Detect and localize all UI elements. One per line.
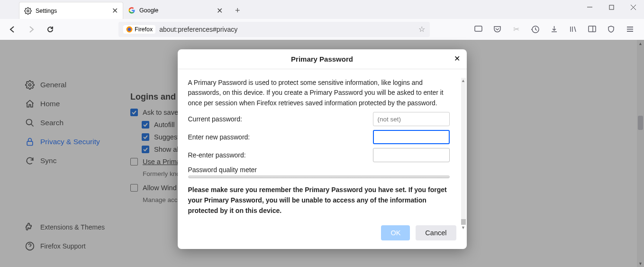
ok-button[interactable]: OK (381, 225, 410, 240)
firefox-identity-badge: Firefox (123, 25, 155, 34)
dialog-body: ▲ ▼ A Primary Password is used to protec… (178, 69, 467, 220)
window-controls (579, 0, 644, 14)
svg-point-0 (27, 10, 29, 12)
password-quality-meter (188, 175, 450, 178)
close-icon[interactable]: ✕ (112, 6, 118, 15)
reenter-password-label: Re-enter password: (188, 151, 373, 159)
library-icon[interactable] (566, 23, 580, 36)
cancel-button[interactable]: Cancel (416, 225, 456, 240)
reload-button[interactable] (43, 22, 58, 37)
tab-settings[interactable]: Settings ✕ (19, 2, 123, 19)
new-tab-button[interactable]: + (231, 4, 244, 18)
screen-icon[interactable] (472, 23, 485, 36)
tab-label: Settings (36, 8, 57, 14)
dialog-title: Primary Password (291, 55, 353, 63)
tab-label: Google (139, 7, 158, 14)
meter-label: Password quality meter (188, 166, 456, 174)
dialog-header: Primary Password ✕ (178, 49, 467, 69)
new-password-label: Enter new password: (188, 133, 373, 141)
url-bar[interactable]: Firefox about:preferences#privacy ☆ (118, 22, 430, 37)
toolbar-actions: ✂ (472, 23, 639, 36)
forward-button[interactable] (24, 22, 39, 37)
back-button[interactable] (5, 22, 20, 37)
shield-icon[interactable] (604, 23, 617, 36)
new-password-row: Enter new password: (188, 130, 456, 144)
sidebar-icon[interactable] (585, 23, 599, 36)
url-text: about:preferences#privacy (159, 26, 237, 33)
current-password-label: Current password: (188, 115, 373, 123)
nav-toolbar: Firefox about:preferences#privacy ☆ ✂ (0, 19, 644, 40)
current-password-row: Current password: (188, 112, 456, 126)
close-icon[interactable]: ✕ (454, 54, 460, 63)
history-icon[interactable] (528, 23, 542, 36)
primary-password-dialog: Primary Password ✕ ▲ ▼ A Primary Passwor… (178, 49, 467, 249)
gear-icon (24, 7, 32, 15)
svg-rect-9 (589, 26, 596, 32)
new-password-input[interactable] (373, 130, 450, 144)
bookmark-star-icon[interactable]: ☆ (418, 25, 425, 34)
scroll-thumb[interactable] (461, 219, 466, 225)
maximize-button[interactable] (600, 0, 622, 14)
menu-icon[interactable] (623, 23, 636, 36)
dialog-footer: OK Cancel (178, 220, 467, 249)
close-window-button[interactable] (622, 0, 644, 14)
pocket-icon[interactable] (490, 23, 504, 36)
tab-google[interactable]: Google ✕ (123, 2, 227, 19)
dialog-scrollbar[interactable]: ▲ ▼ (461, 78, 466, 225)
download-icon[interactable] (547, 23, 561, 36)
dialog-description: A Primary Password is used to protect so… (188, 78, 456, 108)
svg-point-6 (128, 28, 131, 31)
current-password-input (373, 112, 450, 126)
svg-rect-2 (609, 5, 614, 9)
close-icon[interactable]: ✕ (217, 6, 223, 15)
reenter-password-row: Re-enter password: (188, 148, 456, 162)
reenter-password-input[interactable] (373, 148, 450, 162)
content-area: General Home Search Privacy & Security S… (0, 40, 644, 267)
dialog-container: Primary Password ✕ ▲ ▼ A Primary Passwor… (0, 40, 644, 267)
svg-rect-7 (475, 26, 482, 31)
scroll-down-icon[interactable]: ▼ (461, 225, 466, 230)
cut-icon[interactable]: ✂ (509, 23, 523, 36)
dialog-warning: Please make sure you remember the Primar… (188, 185, 456, 216)
google-icon (128, 7, 136, 14)
identity-label: Firefox (135, 26, 153, 33)
tab-bar: Settings ✕ Google ✕ + (0, 0, 644, 19)
scroll-up-icon[interactable]: ▲ (461, 78, 466, 83)
minimize-button[interactable] (579, 0, 600, 14)
